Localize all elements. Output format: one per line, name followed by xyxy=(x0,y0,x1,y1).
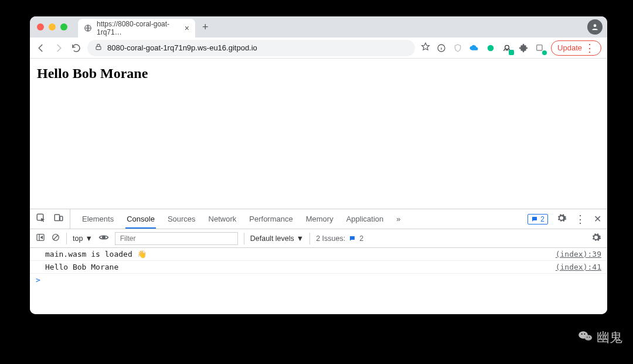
reload-button[interactable] xyxy=(71,43,81,53)
devtools-settings-button[interactable] xyxy=(556,213,567,225)
page-viewport: Hello Bob Morane xyxy=(30,59,607,209)
svg-rect-2 xyxy=(96,46,101,49)
console-output: main.wasm is loaded 👋 (index):39 Hello B… xyxy=(30,248,607,314)
profile-avatar-button[interactable] xyxy=(587,19,603,35)
log-levels-selector[interactable]: Default levels ▼ xyxy=(250,234,304,243)
back-button[interactable] xyxy=(36,43,46,53)
lock-icon xyxy=(94,43,103,53)
info-icon[interactable] xyxy=(436,43,447,53)
browser-toolbar: 8080-coral-goat-1rq71n9p.ws-eu16.gitpod.… xyxy=(30,38,607,59)
extensions-puzzle-icon[interactable] xyxy=(518,43,529,53)
inspect-element-icon[interactable] xyxy=(36,213,46,225)
svg-point-14 xyxy=(584,335,592,340)
tab-memory[interactable]: Memory xyxy=(305,210,335,228)
tab-overflow[interactable]: » xyxy=(395,210,401,228)
clear-console-icon[interactable] xyxy=(51,233,60,244)
new-tab-button[interactable]: + xyxy=(199,21,212,33)
watermark-text: 幽鬼 xyxy=(597,329,622,346)
svg-rect-8 xyxy=(55,215,59,221)
svg-point-16 xyxy=(584,334,585,335)
watermark: 幽鬼 xyxy=(578,329,622,346)
issues-indicator[interactable]: 2 Issues: 2 xyxy=(316,234,363,243)
device-toggle-icon[interactable] xyxy=(53,213,64,225)
macos-traffic-lights xyxy=(37,23,67,30)
console-notice-badge[interactable]: 2 xyxy=(528,214,548,224)
octopus-ext-icon[interactable] xyxy=(502,43,512,53)
svg-point-1 xyxy=(594,24,597,27)
console-row: Hello Bob Morane (index):41 xyxy=(30,261,607,274)
wechat-icon xyxy=(578,329,593,346)
globe-icon xyxy=(84,24,92,32)
tab-performance[interactable]: Performance xyxy=(248,210,294,228)
filter-input[interactable] xyxy=(115,232,238,245)
tab-title: https://8080-coral-goat-1rq71… xyxy=(97,20,180,36)
console-sidebar-toggle-icon[interactable] xyxy=(36,233,45,244)
devtools-close-button[interactable]: ✕ xyxy=(594,213,601,224)
nav-buttons xyxy=(36,43,81,53)
tab-console[interactable]: Console xyxy=(125,210,156,228)
devtools-tab-strip: Elements Console Sources Network Perform… xyxy=(30,209,607,229)
chrome-window: https://8080-coral-goat-1rq71… × + 8080-… xyxy=(30,16,607,314)
tab-sources[interactable]: Sources xyxy=(166,210,197,228)
svg-point-12 xyxy=(103,236,106,239)
chevron-down-icon: ▼ xyxy=(85,234,92,243)
console-message: Hello Bob Morane xyxy=(45,263,556,271)
chrome-menu-button[interactable]: ⋮ xyxy=(584,43,595,53)
shield-icon[interactable] xyxy=(452,43,463,53)
browser-tab[interactable]: https://8080-coral-goat-1rq71… × xyxy=(78,19,195,38)
chevron-down-icon: ▼ xyxy=(297,234,304,243)
console-row: main.wasm is loaded 👋 (index):39 xyxy=(30,248,607,261)
svg-rect-6 xyxy=(537,45,542,50)
tab-application[interactable]: Application xyxy=(345,210,385,228)
svg-point-17 xyxy=(587,337,588,338)
address-url: 8080-coral-goat-1rq71n9p.ws-eu16.gitpod.… xyxy=(107,43,257,52)
console-source-link[interactable]: (index):41 xyxy=(556,263,601,271)
devtools-panel: Elements Console Sources Network Perform… xyxy=(30,209,607,314)
notice-count: 2 xyxy=(540,215,544,223)
svg-point-18 xyxy=(589,337,590,338)
tab-elements[interactable]: Elements xyxy=(81,210,115,228)
page-heading: Hello Bob Morane xyxy=(37,66,600,81)
gitpod-ext-icon[interactable] xyxy=(535,43,545,53)
context-label: top xyxy=(73,234,83,243)
console-settings-button[interactable] xyxy=(591,232,601,244)
console-message: main.wasm is loaded 👋 xyxy=(45,250,556,258)
context-selector[interactable]: top ▼ xyxy=(73,234,93,243)
issues-label: 2 Issues: xyxy=(316,234,345,243)
svg-rect-9 xyxy=(60,216,63,221)
bookmark-star-button[interactable] xyxy=(421,42,430,54)
svg-point-4 xyxy=(488,45,494,51)
svg-point-5 xyxy=(505,45,509,49)
svg-point-15 xyxy=(581,334,583,335)
console-prompt[interactable]: > xyxy=(30,274,607,286)
update-button[interactable]: Update ⋮ xyxy=(551,40,601,56)
issues-count: 2 xyxy=(359,234,363,243)
extension-icons xyxy=(436,43,545,53)
console-source-link[interactable]: (index):39 xyxy=(556,250,601,258)
forward-button[interactable] xyxy=(53,43,64,53)
address-bar[interactable]: 8080-coral-goat-1rq71n9p.ws-eu16.gitpod.… xyxy=(87,40,415,56)
cloud-ext-icon[interactable] xyxy=(469,43,479,53)
live-expression-icon[interactable] xyxy=(98,233,109,243)
tab-strip: https://8080-coral-goat-1rq71… × + xyxy=(30,16,607,38)
green-ext-icon[interactable] xyxy=(485,43,496,53)
close-window-button[interactable] xyxy=(37,23,44,30)
devtools-menu-button[interactable]: ⋮ xyxy=(575,214,586,224)
minimize-window-button[interactable] xyxy=(49,23,56,30)
tab-close-button[interactable]: × xyxy=(185,24,189,32)
console-toolbar: top ▼ Default levels ▼ 2 Issues: 2 xyxy=(30,229,607,248)
maximize-window-button[interactable] xyxy=(60,23,67,30)
tab-network[interactable]: Network xyxy=(207,210,238,228)
log-levels-label: Default levels xyxy=(250,234,294,243)
update-label: Update xyxy=(557,43,582,52)
